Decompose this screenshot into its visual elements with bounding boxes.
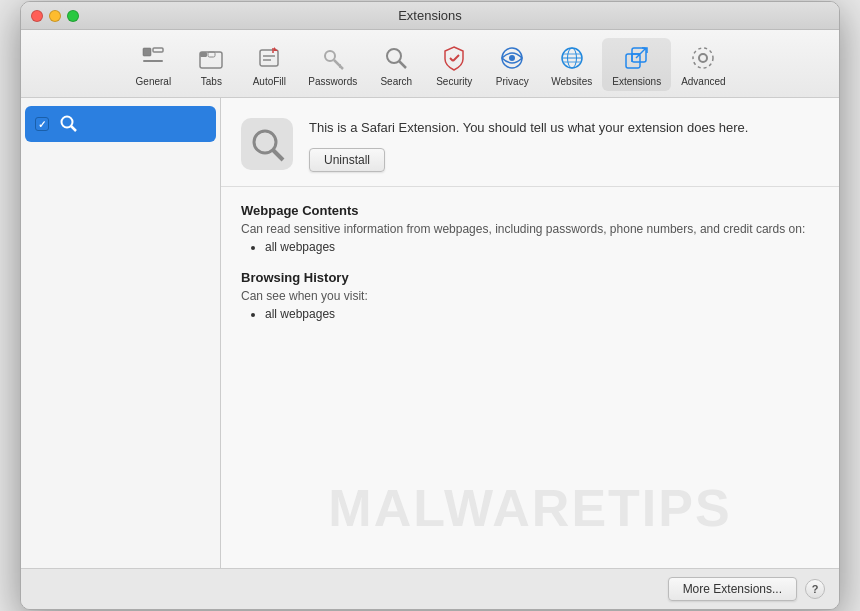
minimize-button[interactable] — [49, 10, 61, 22]
svg-line-17 — [453, 55, 459, 61]
passwords-icon — [317, 42, 349, 74]
extensions-icon — [621, 42, 653, 74]
svg-line-32 — [273, 150, 283, 160]
privacy-label: Privacy — [496, 76, 529, 87]
extension-enabled-checkbox[interactable]: ✓ — [35, 117, 49, 131]
toolbar-item-privacy[interactable]: Privacy — [483, 38, 541, 91]
watermark: MALWARETIPS — [328, 478, 731, 538]
svg-point-10 — [325, 51, 335, 61]
extension-header: This is a Safari Extension. You should t… — [221, 98, 839, 187]
extension-detail-panel: MALWARETIPS This is a Safari Extension. … — [221, 98, 839, 568]
webpage-contents-title: Webpage Contents — [241, 203, 819, 218]
svg-point-14 — [387, 49, 401, 63]
webpage-contents-desc: Can read sensitive information from webp… — [241, 222, 819, 236]
svg-rect-6 — [260, 50, 278, 66]
browsing-history-title: Browsing History — [241, 270, 819, 285]
advanced-icon — [687, 42, 719, 74]
content-area: ✓ MALWARETIPS — [21, 98, 839, 568]
sidebar-ext-icon — [57, 112, 81, 136]
maximize-button[interactable] — [67, 10, 79, 22]
help-button[interactable]: ? — [805, 579, 825, 599]
webpage-contents-item: all webpages — [265, 240, 819, 254]
websites-icon — [556, 42, 588, 74]
passwords-label: Passwords — [308, 76, 357, 87]
svg-line-15 — [399, 61, 406, 68]
websites-label: Websites — [551, 76, 592, 87]
toolbar-item-search[interactable]: Search — [367, 38, 425, 91]
webpage-contents-list: all webpages — [241, 240, 819, 254]
titlebar: Extensions — [21, 2, 839, 30]
permission-browsing-history: Browsing History Can see when you visit:… — [241, 270, 819, 321]
svg-rect-2 — [143, 60, 163, 62]
svg-point-31 — [254, 131, 276, 153]
window-controls — [31, 10, 79, 22]
svg-point-19 — [509, 55, 515, 61]
svg-rect-1 — [153, 48, 163, 52]
close-button[interactable] — [31, 10, 43, 22]
svg-rect-4 — [200, 52, 207, 57]
toolbar-item-autofill[interactable]: AutoFill — [240, 38, 298, 91]
sidebar-item-search-ext[interactable]: ✓ — [25, 106, 216, 142]
toolbar-item-passwords[interactable]: Passwords — [298, 38, 367, 91]
window-title: Extensions — [398, 8, 462, 23]
toolbar-item-security[interactable]: Security — [425, 38, 483, 91]
search-toolbar-icon — [380, 42, 412, 74]
toolbar-item-tabs[interactable]: Tabs — [182, 38, 240, 91]
extension-description: This is a Safari Extension. You should t… — [309, 118, 819, 138]
more-extensions-button[interactable]: More Extensions... — [668, 577, 797, 601]
general-label: General — [136, 76, 172, 87]
autofill-label: AutoFill — [253, 76, 286, 87]
privacy-icon — [496, 42, 528, 74]
svg-rect-0 — [143, 48, 151, 56]
extensions-sidebar: ✓ — [21, 98, 221, 568]
svg-point-27 — [699, 54, 707, 62]
toolbar-item-websites[interactable]: Websites — [541, 38, 602, 91]
permission-webpage-contents: Webpage Contents Can read sensitive info… — [241, 203, 819, 254]
toolbar-item-general[interactable]: General — [124, 38, 182, 91]
toolbar-item-advanced[interactable]: Advanced — [671, 38, 735, 91]
extension-detail: This is a Safari Extension. You should t… — [221, 98, 839, 353]
browsing-history-item: all webpages — [265, 307, 819, 321]
advanced-label: Advanced — [681, 76, 725, 87]
safari-preferences-window: Extensions General Tabs — [20, 1, 840, 610]
svg-point-28 — [693, 48, 713, 68]
extension-permissions: Webpage Contents Can read sensitive info… — [221, 187, 839, 353]
preferences-toolbar: General Tabs A — [21, 30, 839, 98]
svg-point-29 — [62, 117, 73, 128]
uninstall-button[interactable]: Uninstall — [309, 148, 385, 172]
extension-icon — [241, 118, 293, 170]
extension-info: This is a Safari Extension. You should t… — [309, 118, 819, 172]
security-label: Security — [436, 76, 472, 87]
browsing-history-desc: Can see when you visit: — [241, 289, 819, 303]
autofill-icon — [253, 42, 285, 74]
security-icon — [438, 42, 470, 74]
general-icon — [137, 42, 169, 74]
window-footer: More Extensions... ? — [21, 568, 839, 609]
tabs-label: Tabs — [201, 76, 222, 87]
toolbar-item-extensions[interactable]: Extensions — [602, 38, 671, 91]
browsing-history-list: all webpages — [241, 307, 819, 321]
svg-line-30 — [71, 126, 76, 131]
svg-line-16 — [450, 58, 453, 61]
search-toolbar-label: Search — [380, 76, 412, 87]
extensions-label: Extensions — [612, 76, 661, 87]
tabs-icon — [195, 42, 227, 74]
check-icon: ✓ — [38, 119, 46, 130]
